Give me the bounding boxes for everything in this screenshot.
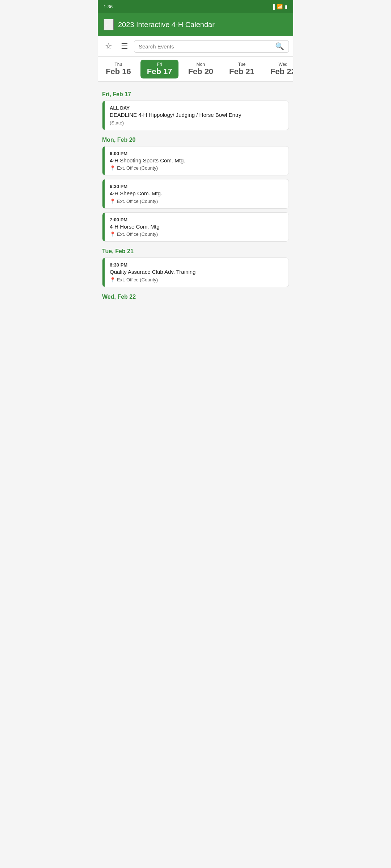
tab-day-date: Feb 16 xyxy=(106,67,131,76)
status-bar: 1:36 ▐ 📶 ▮ xyxy=(98,0,293,13)
location-pin-icon: 📍 xyxy=(110,199,115,204)
event-body: 6:30 PM Quality Assurace Club Adv. Train… xyxy=(105,258,289,287)
event-card[interactable]: 7:00 PM 4-H Horse Com. Mtg 📍 Ext. Office… xyxy=(102,212,289,242)
section-header-wed-feb22: Wed, Feb 22 xyxy=(102,294,289,300)
event-location: 📍 Ext. Office (County) xyxy=(110,277,283,282)
tab-day-date: Feb 22 xyxy=(270,67,293,76)
battery-icon: ▮ xyxy=(285,4,287,9)
day-tab-feb20[interactable]: Mon Feb 20 xyxy=(181,60,220,78)
back-button[interactable]: ← xyxy=(104,19,114,30)
status-time: 1:36 xyxy=(104,4,113,9)
event-card[interactable]: 6:30 PM 4-H Sheep Com. Mtg. 📍 Ext. Offic… xyxy=(102,179,289,209)
search-input[interactable] xyxy=(137,41,274,52)
filter-button[interactable]: ☰ xyxy=(118,40,131,53)
day-tab-feb22[interactable]: Wed Feb 22 xyxy=(264,60,293,78)
tab-day-name: Thu xyxy=(115,62,122,67)
section-header-mon-feb20: Mon, Feb 20 xyxy=(102,137,289,143)
location-pin-icon: 📍 xyxy=(110,231,115,237)
header-title: 2023 Interactive 4-H Calendar xyxy=(118,21,215,29)
event-location: 📍 Ext. Office (County) xyxy=(110,165,283,171)
search-container: 🔍 xyxy=(134,40,289,53)
event-card[interactable]: 6:00 PM 4-H Shooting Sports Com. Mtg. 📍 … xyxy=(102,146,289,176)
event-location: 📍 Ext. Office (County) xyxy=(110,231,283,237)
tab-day-name: Wed xyxy=(278,62,287,67)
event-body: 6:00 PM 4-H Shooting Sports Com. Mtg. 📍 … xyxy=(105,146,289,175)
day-tabs: Thu Feb 16 Fri Feb 17 Mon Feb 20 Tue Feb… xyxy=(98,57,293,82)
status-icons: ▐ 📶 ▮ xyxy=(272,4,287,9)
day-tab-feb21[interactable]: Tue Feb 21 xyxy=(223,60,261,78)
filter-icon: ☰ xyxy=(121,42,128,51)
event-card[interactable]: 6:30 PM Quality Assurace Club Adv. Train… xyxy=(102,258,289,287)
events-content: Fri, Feb 17 ALL DAY DEADLINE 4-H Hippolo… xyxy=(98,82,293,306)
event-card[interactable]: ALL DAY DEADLINE 4-H Hippology/ Judging … xyxy=(102,101,289,130)
event-location-text: (State) xyxy=(110,120,124,125)
app-header: ← 2023 Interactive 4-H Calendar xyxy=(98,13,293,36)
toolbar: ☆ ☰ 🔍 xyxy=(98,36,293,57)
tab-day-name: Tue xyxy=(238,62,245,67)
event-title: 4-H Shooting Sports Com. Mtg. xyxy=(110,157,283,164)
tab-day-date: Feb 17 xyxy=(147,67,172,76)
event-title: 4-H Sheep Com. Mtg. xyxy=(110,190,283,197)
event-location-text: Ext. Office (County) xyxy=(117,199,158,204)
event-location-text: Ext. Office (County) xyxy=(117,165,158,171)
event-title: 4-H Horse Com. Mtg xyxy=(110,223,283,230)
search-button[interactable]: 🔍 xyxy=(274,41,286,52)
favorite-button[interactable]: ☆ xyxy=(102,40,115,53)
tab-day-date: Feb 21 xyxy=(229,67,255,76)
event-body: 6:30 PM 4-H Sheep Com. Mtg. 📍 Ext. Offic… xyxy=(105,179,289,208)
event-location: 📍 Ext. Office (County) xyxy=(110,199,283,204)
wifi-icon: 📶 xyxy=(277,4,283,9)
event-time: 7:00 PM xyxy=(110,217,283,222)
day-tab-feb16[interactable]: Thu Feb 16 xyxy=(99,60,138,78)
event-title: Quality Assurace Club Adv. Training xyxy=(110,268,283,276)
event-body: 7:00 PM 4-H Horse Com. Mtg 📍 Ext. Office… xyxy=(105,213,289,242)
location-pin-icon: 📍 xyxy=(110,165,115,171)
tab-day-name: Fri xyxy=(157,62,162,67)
section-header-fri-feb17: Fri, Feb 17 xyxy=(102,91,289,98)
event-location: (State) xyxy=(110,120,283,125)
event-time: 6:00 PM xyxy=(110,151,283,156)
tab-day-date: Feb 20 xyxy=(188,67,213,76)
time-display: 1:36 xyxy=(104,4,113,9)
location-pin-icon: 📍 xyxy=(110,277,115,282)
star-icon: ☆ xyxy=(105,42,112,51)
event-location-text: Ext. Office (County) xyxy=(117,277,158,282)
day-tab-feb17[interactable]: Fri Feb 17 xyxy=(140,60,179,78)
event-time: 6:30 PM xyxy=(110,262,283,268)
event-body: ALL DAY DEADLINE 4-H Hippology/ Judging … xyxy=(105,101,289,130)
event-time: 6:30 PM xyxy=(110,184,283,189)
signal-icon: ▐ xyxy=(272,4,275,9)
section-header-tue-feb21: Tue, Feb 21 xyxy=(102,248,289,255)
event-title: DEADLINE 4-H Hippology/ Judging / Horse … xyxy=(110,111,283,119)
search-icon: 🔍 xyxy=(275,42,284,50)
event-time: ALL DAY xyxy=(110,105,283,111)
tab-day-name: Mon xyxy=(197,62,205,67)
event-location-text: Ext. Office (County) xyxy=(117,231,158,237)
